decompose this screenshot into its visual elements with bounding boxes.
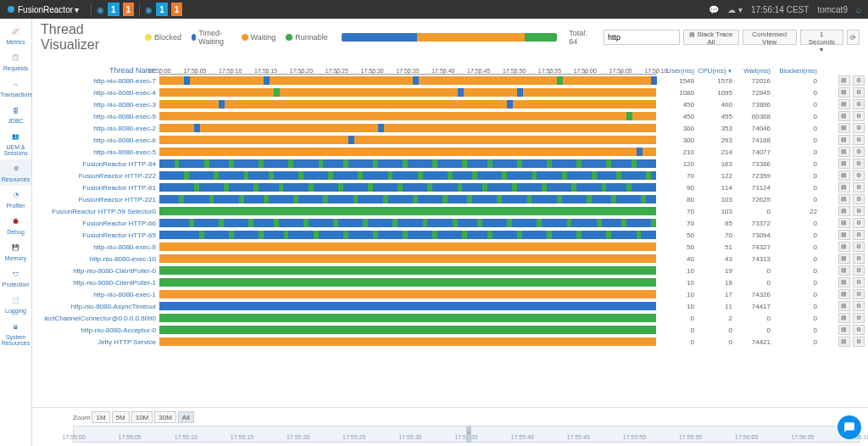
stacktrace-button[interactable]: ▤ — [838, 194, 850, 204]
sidebar-item-profiler[interactable]: ◔Profiler — [0, 186, 31, 212]
thread-row[interactable] — [159, 300, 656, 312]
thread-label[interactable]: http-nio-8080-exec-6 — [32, 134, 159, 146]
settings-button[interactable]: ⚙ — [853, 123, 865, 133]
stacktrace-button[interactable]: ▤ — [838, 87, 850, 98]
globe-icon[interactable]: ◉ — [145, 5, 153, 14]
stacktrace-button[interactable]: ▤ — [838, 123, 850, 133]
thread-row[interactable] — [159, 241, 656, 253]
navigator-strip[interactable]: 17:55:0017:55:0517:55:1017:55:1517:55:20… — [73, 426, 860, 443]
badge-warn-1[interactable]: 1 — [123, 3, 135, 16]
thread-label[interactable]: Jetty HTTP Service — [32, 336, 159, 348]
sidebar-item-jdbc[interactable]: 🗄JDBC — [0, 101, 31, 127]
stacktrace-button[interactable]: ▤ — [838, 159, 850, 169]
thread-label[interactable]: http-nio-8080-ClientPoller-0 — [32, 265, 159, 276]
thread-label[interactable]: http-nio-8080-exec-10 — [32, 253, 159, 265]
sidebar-item-system-resources[interactable]: 🖥System Resources — [0, 317, 31, 349]
sidebar-item-resources[interactable]: ⚙Resources — [0, 159, 31, 186]
thread-row[interactable] — [159, 146, 656, 158]
search-input[interactable] — [604, 30, 680, 45]
stacktrace-button[interactable]: ▤ — [838, 313, 850, 323]
thread-label[interactable]: http-nio-8080-exec-3 — [32, 98, 159, 110]
thread-label[interactable]: http-nio-8080-exec-4 — [32, 86, 159, 98]
sidebar-item-requests[interactable]: 📋Requests — [0, 48, 31, 75]
sidebar-item-metrics[interactable]: 📈Metrics — [0, 22, 31, 48]
zoom-1m[interactable]: 1M — [92, 411, 109, 423]
col-blocked[interactable]: Blocked(ms) — [771, 67, 817, 75]
sidebar-item-uem-sessions[interactable]: 👥UEM & Sessions — [0, 127, 31, 159]
thread-row[interactable] — [159, 75, 656, 86]
stacktrace-button[interactable]: ▤ — [838, 325, 850, 335]
stacktrace-button[interactable]: ▤ — [838, 206, 850, 216]
col-cpu[interactable]: CPU(ms) — [694, 67, 732, 75]
zoom-30m[interactable]: 30M — [154, 411, 176, 423]
thread-label[interactable]: http-nio-8080-exec-7 — [32, 75, 159, 86]
thread-label[interactable]: http-nio-8080-ClientPoller-1 — [32, 276, 159, 288]
refresh-button[interactable]: ⟳ — [847, 30, 860, 45]
settings-button[interactable]: ⚙ — [853, 289, 865, 299]
zoom-all[interactable]: All — [178, 411, 194, 423]
thread-row[interactable] — [159, 86, 656, 98]
stacktrace-button[interactable]: ▤ — [838, 170, 850, 181]
thread-label[interactable]: http-nio-8080-AsyncTimeout — [32, 300, 159, 312]
thread-label[interactable]: FusionReactor HTTP-65 — [32, 229, 159, 241]
thread-row[interactable] — [159, 217, 656, 229]
thread-row[interactable] — [159, 288, 656, 300]
zoom-10m[interactable]: 10M — [131, 411, 153, 423]
stacktrace-button[interactable]: ▤ — [838, 242, 850, 252]
stacktrace-button[interactable]: ▤ — [838, 277, 850, 287]
settings-button[interactable]: ⚙ — [853, 265, 865, 276]
col-wait[interactable]: Wait(ms) — [732, 67, 771, 75]
stacktrace-button[interactable]: ▤ — [838, 289, 850, 299]
thread-label[interactable]: FusionReactor HTTP-221 — [32, 193, 159, 205]
stacktrace-button[interactable]: ▤ — [838, 337, 850, 347]
cloud-icon[interactable]: ☁ ▾ — [727, 5, 743, 14]
settings-button[interactable]: ⚙ — [853, 147, 865, 157]
badge-info-2[interactable]: 1 — [156, 3, 168, 16]
thread-label[interactable]: http-nio-8080-exec-2 — [32, 122, 159, 134]
settings-button[interactable]: ⚙ — [853, 337, 865, 347]
stacktrace-button[interactable]: ▤ — [838, 135, 850, 145]
stacktrace-button[interactable]: ▤ — [838, 147, 850, 157]
sidebar-item-logging[interactable]: 📄Logging — [0, 291, 31, 317]
sidebar-item-debug[interactable]: 🐞Debug — [0, 212, 31, 238]
sidebar-item-memory[interactable]: 💾Memory — [0, 238, 31, 265]
online-icon[interactable]: ◉ — [97, 5, 104, 14]
thread-row[interactable] — [159, 170, 656, 181]
sidebar-item-protection[interactable]: 🛡Protection — [0, 265, 31, 291]
home-icon[interactable]: ⌂ — [856, 5, 861, 14]
settings-button[interactable]: ⚙ — [853, 242, 865, 252]
settings-button[interactable]: ⚙ — [853, 313, 865, 323]
nav-handle[interactable] — [466, 426, 471, 443]
thread-row[interactable] — [159, 158, 656, 170]
user-label[interactable]: tomcat9 — [817, 5, 848, 14]
settings-button[interactable]: ⚙ — [853, 135, 865, 145]
badge-warn-2[interactable]: 1 — [171, 3, 183, 16]
settings-button[interactable]: ⚙ — [853, 277, 865, 287]
thread-row[interactable] — [159, 122, 656, 134]
chat-icon[interactable]: 💬 — [709, 5, 719, 14]
sidebar-item-transactions[interactable]: ↔Transactions — [0, 75, 31, 101]
thread-row[interactable] — [159, 98, 656, 110]
brand[interactable]: FusionReactor▾ — [0, 0, 86, 19]
zoom-5m[interactable]: 5M — [112, 411, 130, 423]
stacktrace-button[interactable]: ▤ — [838, 182, 850, 192]
settings-button[interactable]: ⚙ — [853, 75, 865, 86]
thread-row[interactable] — [159, 134, 656, 146]
stacktrace-button[interactable]: ▤ — [838, 218, 850, 228]
settings-button[interactable]: ⚙ — [853, 111, 865, 121]
stacktrace-button[interactable]: ▤ — [838, 301, 850, 311]
stack-trace-all-button[interactable]: ▤ Stack Trace All — [683, 30, 739, 45]
thread-row[interactable] — [159, 229, 656, 241]
thread-row[interactable] — [159, 205, 656, 217]
interval-select[interactable]: 1 Seconds ▾ — [800, 30, 843, 45]
thread-row[interactable] — [159, 312, 656, 324]
settings-button[interactable]: ⚙ — [853, 218, 865, 228]
thread-label[interactable]: http-nio-8080-exec-5 — [32, 146, 159, 158]
settings-button[interactable]: ⚙ — [853, 87, 865, 98]
thread-row[interactable] — [159, 336, 656, 348]
stacktrace-button[interactable]: ▤ — [838, 99, 850, 109]
thread-label[interactable]: FusionReactor HTTP-222 — [32, 170, 159, 181]
settings-button[interactable]: ⚙ — [853, 182, 865, 192]
stacktrace-button[interactable]: ▤ — [838, 75, 850, 86]
column-thread-name[interactable]: Thread Name — [32, 56, 159, 75]
